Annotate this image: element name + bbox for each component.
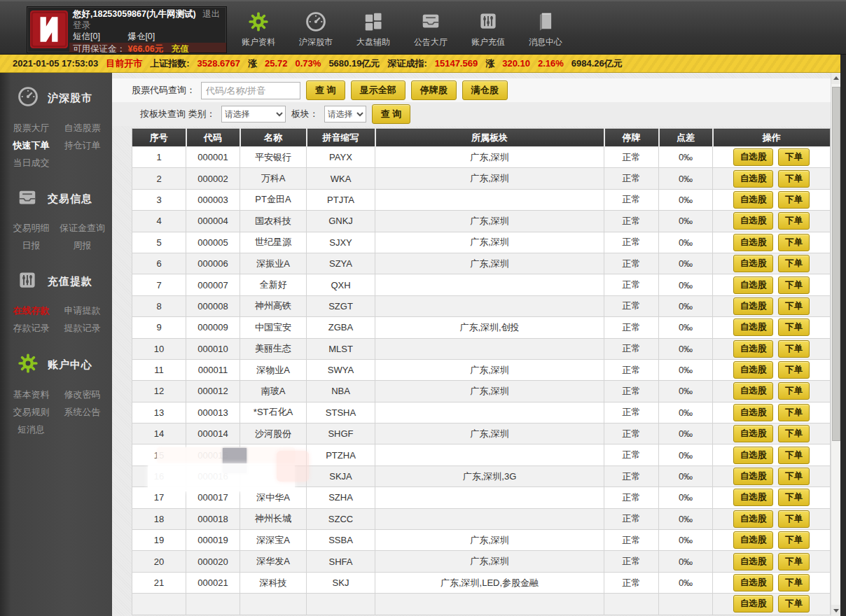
scroll-up-button[interactable] [831, 73, 841, 84]
cell-no: 15 [132, 444, 186, 465]
add-favorite-button[interactable]: 自选股 [733, 318, 774, 336]
add-favorite-button[interactable]: 自选股 [733, 276, 774, 294]
sms-counter[interactable]: 短信[0] [73, 31, 100, 41]
cell-pinyin: SHFA [307, 551, 375, 572]
cell-actions: 自选股下单 [713, 317, 831, 338]
stock-table-wrap: 序号 代码 名称 拼音缩写 所属板块 停牌 点差 操作 1000001平安银行P… [132, 128, 830, 615]
sector-query-button[interactable]: 查 询 [372, 104, 411, 124]
show-all-button[interactable]: 显示全部 [351, 80, 405, 100]
add-favorite-button[interactable]: 自选股 [733, 170, 774, 188]
place-order-button[interactable]: 下单 [778, 510, 810, 528]
sidebar-item[interactable]: 在线存款 [6, 302, 57, 319]
add-favorite-button[interactable]: 自选股 [733, 212, 774, 230]
place-order-button[interactable]: 下单 [778, 276, 810, 294]
add-favorite-button[interactable]: 自选股 [733, 425, 774, 442]
add-favorite-button[interactable]: 自选股 [733, 489, 774, 506]
sidebar-section-1: 沪深股市股票大厅自选股票快速下单持仓订单当日成交 [0, 85, 112, 172]
place-order-button[interactable]: 下单 [778, 148, 810, 166]
sidebar-item[interactable]: 日报 [6, 237, 57, 254]
cell-status: 正常 [604, 465, 659, 486]
place-order-button[interactable]: 下单 [778, 489, 810, 506]
add-favorite-button[interactable]: 自选股 [733, 298, 774, 315]
add-favorite-button[interactable]: 自选股 [733, 553, 774, 570]
nav-item-3[interactable]: 大盘辅助 [345, 8, 402, 48]
place-order-button[interactable]: 下单 [778, 318, 810, 336]
add-favorite-button[interactable]: 自选股 [733, 234, 774, 251]
add-favorite-button[interactable]: 自选股 [733, 595, 774, 612]
sidebar-item[interactable]: 持仓订单 [57, 136, 108, 154]
sidebar-item[interactable]: 基本资料 [6, 386, 57, 403]
cell-code [186, 594, 240, 615]
table-row: 9000009中国宝安ZGBA广东,深圳,创投正常0‰自选股下单 [132, 317, 831, 338]
nav-item-4[interactable]: 公告大厅 [402, 8, 459, 48]
full-position-button[interactable]: 满仓股 [462, 80, 508, 100]
cell-spread: 0‰ [659, 572, 713, 593]
scrollbar-thumb[interactable] [832, 87, 840, 441]
place-order-button[interactable]: 下单 [778, 425, 810, 442]
sidebar-item[interactable]: 存款记录 [6, 319, 57, 337]
place-order-button[interactable]: 下单 [778, 574, 810, 592]
add-favorite-button[interactable]: 自选股 [733, 148, 774, 166]
nav-item-2[interactable]: 沪深股市 [287, 8, 345, 48]
add-favorite-button[interactable]: 自选股 [733, 447, 774, 464]
place-order-button[interactable]: 下单 [778, 404, 810, 421]
place-order-button[interactable]: 下单 [778, 170, 810, 188]
nav-item-6[interactable]: 消息中心 [517, 8, 574, 48]
sidebar-item[interactable]: 周报 [57, 237, 108, 254]
add-favorite-button[interactable]: 自选股 [733, 255, 774, 272]
place-order-button[interactable]: 下单 [778, 234, 810, 251]
place-order-button[interactable]: 下单 [778, 212, 810, 230]
sector-select[interactable]: 请选择 [324, 106, 366, 122]
place-order-button[interactable]: 下单 [778, 298, 810, 315]
add-favorite-button[interactable]: 自选股 [733, 361, 774, 379]
add-favorite-button[interactable]: 自选股 [733, 404, 774, 421]
recharge-link[interactable]: 充值 [172, 44, 189, 53]
place-order-button[interactable]: 下单 [778, 191, 810, 209]
add-favorite-button[interactable]: 自选股 [733, 510, 774, 528]
cell-name: 神州高铁 [240, 295, 307, 316]
place-order-button[interactable]: 下单 [778, 447, 810, 464]
content-scrollbar[interactable] [831, 73, 840, 616]
cell-no: 10 [132, 338, 186, 359]
cell-status: 正常 [604, 317, 659, 338]
sidebar-item[interactable]: 交易规则 [6, 403, 57, 421]
table-row: 8000008神州高铁SZGT正常0‰自选股下单 [132, 295, 831, 316]
add-favorite-button[interactable]: 自选股 [733, 340, 774, 358]
sidebar-item[interactable]: 提款记录 [57, 319, 108, 337]
sidebar-item[interactable]: 申请提款 [57, 302, 108, 319]
table-row: 6000006深振业ASZYA广东,深圳正常0‰自选股下单 [132, 253, 831, 274]
add-favorite-button[interactable]: 自选股 [733, 468, 774, 485]
place-order-button[interactable]: 下单 [778, 382, 810, 400]
query-button[interactable]: 查 询 [306, 80, 345, 100]
place-order-button[interactable]: 下单 [778, 468, 810, 485]
stock-code-input[interactable] [201, 82, 300, 99]
place-order-button[interactable]: 下单 [778, 255, 810, 272]
nav-item-1[interactable]: 账户资料 [230, 8, 287, 48]
place-order-button[interactable]: 下单 [778, 595, 810, 612]
scroll-down-button[interactable] [831, 605, 841, 616]
table-row: 3000003PT金田APTJTA正常0‰自选股下单 [132, 189, 831, 210]
sidebar-item[interactable]: 快速下单 [6, 136, 57, 154]
place-order-button[interactable]: 下单 [778, 340, 810, 358]
sidebar-item[interactable]: 交易明细 [6, 219, 57, 237]
sidebar-item[interactable]: 自选股票 [57, 119, 108, 136]
place-order-button[interactable]: 下单 [778, 361, 810, 379]
sidebar-item[interactable]: 短消息 [6, 421, 57, 438]
add-favorite-button[interactable]: 自选股 [733, 574, 774, 592]
suspended-stocks-button[interactable]: 停牌股 [411, 80, 457, 100]
add-favorite-button[interactable]: 自选股 [733, 531, 774, 549]
cell-code: 000015 [186, 444, 240, 465]
add-favorite-button[interactable]: 自选股 [733, 382, 774, 400]
add-favorite-button[interactable]: 自选股 [733, 191, 774, 209]
sidebar-item[interactable]: 保证金查询 [57, 219, 108, 237]
grid-icon [345, 8, 402, 35]
sidebar-item[interactable]: 系统公告 [57, 403, 108, 421]
place-order-button[interactable]: 下单 [778, 553, 810, 570]
sidebar-item[interactable]: 当日成交 [6, 154, 57, 172]
sidebar-item[interactable]: 修改密码 [57, 386, 108, 403]
place-order-button[interactable]: 下单 [778, 531, 810, 549]
category-select[interactable]: 请选择 [221, 106, 286, 122]
burst-counter[interactable]: 爆仓[0] [127, 31, 155, 41]
sidebar-item[interactable]: 股票大厅 [6, 119, 57, 136]
nav-item-5[interactable]: 账户充值 [459, 8, 517, 48]
